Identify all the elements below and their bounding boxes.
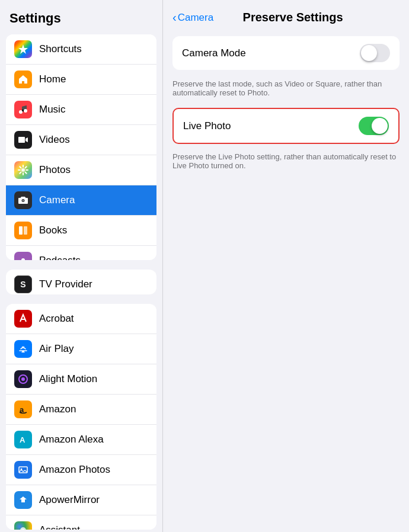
sidebar-item-music[interactable]: Music bbox=[6, 95, 156, 125]
back-button[interactable]: ‹ Camera bbox=[172, 11, 213, 24]
alightmotion-label: Alight Motion bbox=[39, 373, 97, 385]
photos-icon bbox=[14, 161, 32, 179]
live-photo-description: Preserve the Live Photo setting, rather … bbox=[163, 149, 409, 176]
svg-point-5 bbox=[21, 168, 25, 172]
content-area: ‹ Camera Preserve Settings Camera Mode P… bbox=[163, 0, 409, 532]
svg-point-1 bbox=[19, 110, 23, 114]
svg-line-13 bbox=[20, 172, 21, 174]
amazonphotos-label: Amazon Photos bbox=[39, 464, 110, 476]
live-photo-toggle[interactable] bbox=[359, 117, 389, 135]
alexa-label: Amazon Alexa bbox=[39, 434, 104, 446]
svg-rect-3 bbox=[18, 137, 25, 143]
sidebar-item-airplay[interactable]: Air Play bbox=[6, 334, 156, 364]
shortcuts-label: Shortcuts bbox=[39, 43, 82, 55]
camera-mode-label: Camera Mode bbox=[182, 47, 360, 59]
sidebar-section-2: S TV Provider bbox=[6, 270, 156, 294]
live-photo-toggle-knob bbox=[372, 118, 388, 134]
airplay-label: Air Play bbox=[39, 343, 74, 355]
svg-marker-4 bbox=[25, 137, 28, 142]
sidebar-title: Settings bbox=[0, 0, 162, 32]
apowermirror-icon bbox=[14, 491, 32, 509]
live-photo-label: Live Photo bbox=[183, 120, 359, 132]
back-label: Camera bbox=[178, 12, 213, 24]
svg-line-12 bbox=[25, 166, 27, 168]
sidebar-item-acrobat[interactable]: Acrobat bbox=[6, 304, 156, 334]
photos-label: Photos bbox=[39, 164, 71, 176]
acrobat-icon bbox=[14, 310, 32, 328]
airplay-icon bbox=[14, 340, 32, 358]
sidebar-item-photos[interactable]: Photos bbox=[6, 155, 156, 185]
sidebar-item-amazon[interactable]: a Amazon bbox=[6, 395, 156, 425]
videos-label: Videos bbox=[39, 134, 70, 146]
tvprovider-label: TV Provider bbox=[39, 278, 92, 290]
camera-mode-description: Preserve the last mode, such as Video or… bbox=[163, 76, 409, 103]
svg-rect-16 bbox=[19, 226, 23, 235]
page-title: Preserve Settings bbox=[243, 11, 373, 24]
camera-label: Camera bbox=[39, 194, 75, 206]
home-label: Home bbox=[39, 73, 66, 85]
sidebar-item-tvprovider[interactable]: S TV Provider bbox=[6, 270, 156, 294]
back-chevron-icon: ‹ bbox=[172, 11, 177, 24]
home-icon bbox=[14, 70, 32, 88]
sidebar-item-alexa[interactable]: A Amazon Alexa bbox=[6, 425, 156, 455]
sidebar-item-shortcuts[interactable]: Shortcuts bbox=[6, 34, 156, 65]
acrobat-label: Acrobat bbox=[39, 313, 74, 325]
sidebar-item-home[interactable]: Home bbox=[6, 65, 156, 95]
videos-icon bbox=[14, 131, 32, 149]
books-icon bbox=[14, 222, 32, 239]
camera-mode-toggle[interactable] bbox=[360, 44, 390, 62]
svg-marker-0 bbox=[18, 44, 28, 54]
svg-text:A: A bbox=[20, 435, 25, 444]
music-icon bbox=[14, 101, 32, 118]
content-header: ‹ Camera Preserve Settings bbox=[163, 0, 409, 30]
camera-icon bbox=[14, 191, 32, 209]
assistant-label: Assistant bbox=[39, 524, 80, 530]
sidebar: Settings Shortcuts Home Music bbox=[0, 0, 163, 532]
sidebar-item-alightmotion[interactable]: Alight Motion bbox=[6, 364, 156, 395]
sidebar-item-apowermirror[interactable]: ApowerMirror bbox=[6, 485, 156, 515]
svg-rect-17 bbox=[24, 226, 27, 235]
alightmotion-icon bbox=[14, 370, 32, 388]
amazon-icon: a bbox=[14, 400, 32, 418]
sidebar-item-amazonphotos[interactable]: Amazon Photos bbox=[6, 455, 156, 485]
alexa-icon: A bbox=[14, 431, 32, 448]
amazon-label: Amazon bbox=[39, 403, 76, 415]
live-photo-row: Live Photo bbox=[172, 108, 400, 144]
svg-line-11 bbox=[25, 172, 27, 174]
podcasts-label: Podcasts bbox=[39, 255, 81, 260]
podcasts-icon bbox=[14, 252, 32, 260]
assistant-icon bbox=[14, 521, 32, 530]
camera-mode-row: Camera Mode bbox=[172, 36, 400, 70]
svg-line-10 bbox=[20, 166, 21, 168]
svg-point-15 bbox=[23, 200, 24, 201]
sidebar-section-1: Shortcuts Home Music Videos bbox=[6, 34, 156, 260]
sidebar-item-camera[interactable]: Camera bbox=[6, 185, 156, 216]
sidebar-item-assistant[interactable]: Assistant bbox=[6, 515, 156, 530]
shortcuts-icon bbox=[14, 40, 32, 58]
sidebar-item-videos[interactable]: Videos bbox=[6, 125, 156, 155]
svg-point-26 bbox=[21, 377, 25, 381]
books-label: Books bbox=[39, 225, 67, 236]
camera-mode-section: Camera Mode bbox=[172, 36, 400, 70]
sidebar-section-3: Acrobat Air Play Alight Motion a Amazon bbox=[6, 304, 156, 530]
sidebar-item-books[interactable]: Books bbox=[6, 216, 156, 246]
svg-point-18 bbox=[21, 258, 25, 260]
amazonphotos-icon bbox=[14, 461, 32, 479]
toggle-knob bbox=[361, 45, 377, 61]
music-label: Music bbox=[39, 104, 65, 116]
apowermirror-label: ApowerMirror bbox=[39, 494, 100, 506]
tvprovider-icon: S bbox=[14, 275, 32, 293]
sidebar-item-podcasts[interactable]: Podcasts bbox=[6, 246, 156, 260]
